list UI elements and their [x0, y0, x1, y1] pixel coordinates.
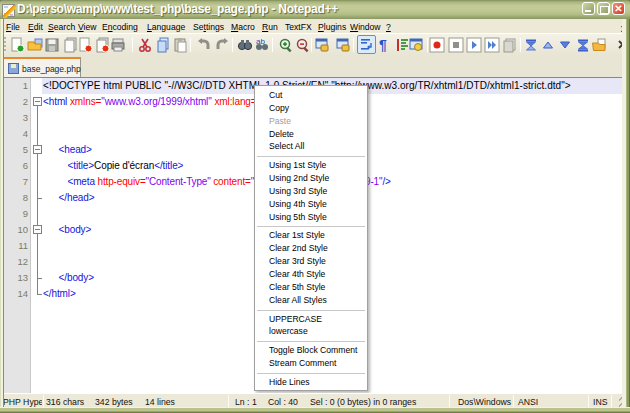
- svg-text:ab: ab: [256, 37, 265, 46]
